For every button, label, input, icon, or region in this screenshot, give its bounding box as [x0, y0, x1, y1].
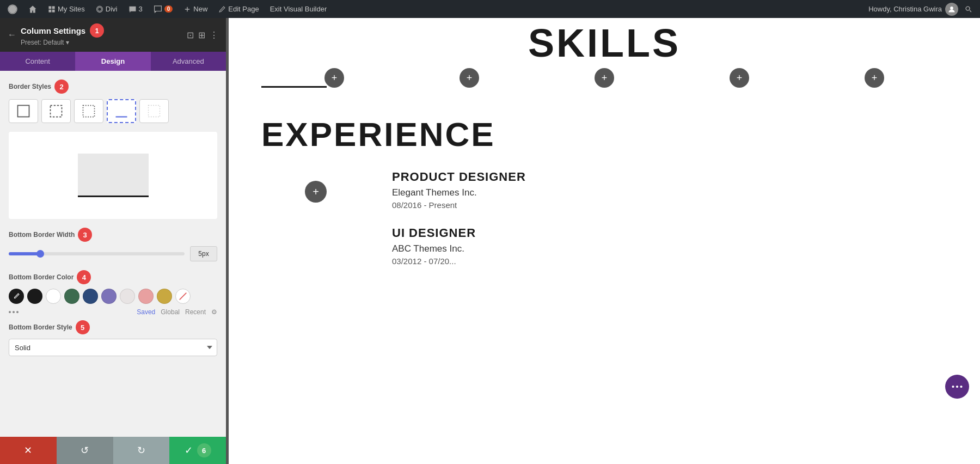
admin-bar-left: My Sites Divi 3 0 New Edit Page Exit Vis…	[4, 0, 866, 18]
step-2-badge: 2	[54, 80, 69, 94]
tab-design[interactable]: Design	[75, 52, 150, 71]
dots-icon[interactable]: ⋮	[210, 30, 218, 40]
exp-dates-1: 08/2016 - Present	[392, 200, 947, 210]
redo-button[interactable]: ↻	[113, 437, 170, 464]
column-underline	[261, 86, 327, 88]
border-btn-dashed-all[interactable]	[41, 99, 71, 123]
bottom-border-style-label: Bottom Border Style 5	[9, 320, 217, 334]
exp-entries: PRODUCT DESIGNER Elegant Themes Inc. 08/…	[392, 170, 947, 266]
svg-point-15	[956, 386, 958, 388]
left-panel: ← Column Settings 1 Preset: Default ▾ ⊡ …	[0, 18, 226, 464]
svg-rect-1	[48, 6, 51, 9]
color-gear-icon[interactable]: ⚙	[211, 308, 217, 316]
wp-admin-icon[interactable]	[4, 0, 21, 18]
swatch-pink[interactable]	[138, 289, 154, 304]
swatch-light-gray[interactable]	[120, 289, 135, 304]
step-6-badge: 6	[197, 443, 211, 457]
svg-rect-4	[52, 9, 55, 12]
border-btn-dotted-all[interactable]	[74, 99, 103, 123]
slider-row: 5px	[9, 246, 217, 261]
howdy-text: Howdy, Christina Gwira	[868, 5, 942, 13]
new-btn[interactable]: New	[180, 0, 211, 18]
slider-thumb[interactable]	[36, 250, 44, 258]
swatch-slash[interactable]	[175, 289, 191, 304]
color-tab-recent[interactable]: Recent	[185, 308, 206, 316]
admin-bar: My Sites Divi 3 0 New Edit Page Exit Vis…	[0, 0, 980, 18]
add-col-btn-2[interactable]: +	[460, 68, 479, 88]
svg-point-7	[966, 7, 970, 10]
add-col-btn-3[interactable]: +	[595, 68, 614, 88]
exp-add-btn[interactable]: +	[305, 181, 327, 203]
experience-section: EXPERIENCE + PRODUCT DESIGNER Elegant Th…	[229, 104, 980, 277]
svg-line-13	[180, 293, 187, 300]
slider-value: 5px	[190, 246, 217, 261]
color-eyedropper[interactable]	[9, 289, 24, 304]
panel-header-icons: ⊡ ⊞ ⋮	[187, 30, 218, 40]
divi-label: Divi	[106, 5, 118, 13]
exp-role-1: PRODUCT DESIGNER	[392, 170, 947, 184]
swatch-white[interactable]	[46, 289, 61, 304]
comment-btn[interactable]: 3	[125, 0, 146, 18]
exit-builder-btn[interactable]: Exit Visual Builder	[267, 0, 330, 18]
comment-badge: 0	[164, 5, 173, 13]
add-col-btn-5[interactable]: +	[865, 68, 884, 88]
exp-dates-2: 03/2012 - 07/20...	[392, 257, 947, 266]
border-width-slider-track[interactable]	[9, 252, 185, 255]
border-btn-none[interactable]	[139, 99, 169, 123]
color-swatches	[9, 289, 217, 304]
divi-btn[interactable]: Divi	[93, 0, 121, 18]
search-admin-btn[interactable]	[961, 0, 976, 18]
edit-page-btn[interactable]: Edit Page	[215, 0, 262, 18]
step-1-badge: 1	[90, 23, 104, 38]
exp-company-1: Elegant Themes Inc.	[392, 187, 947, 198]
undo-button[interactable]: ↺	[57, 437, 113, 464]
svg-point-6	[950, 7, 953, 10]
swatch-gold[interactable]	[157, 289, 172, 304]
svg-point-14	[952, 386, 954, 388]
my-sites-btn[interactable]: My Sites	[45, 0, 88, 18]
action-bar: ✕ ↺ ↻ ✓ 6	[0, 437, 226, 464]
add-col-btn-4[interactable]: +	[730, 68, 749, 88]
window-icon[interactable]: ⊡	[187, 30, 194, 40]
exp-entry-2: UI DESIGNER ABC Themes Inc. 03/2012 - 07…	[392, 226, 947, 266]
panel-content: Border Styles 2	[0, 71, 226, 437]
border-btn-bottom-only[interactable]	[107, 99, 136, 123]
avatar[interactable]	[945, 3, 958, 16]
color-tab-saved[interactable]: Saved	[137, 308, 155, 316]
back-icon[interactable]: ←	[8, 30, 16, 40]
tabs-row: Content Design Advanced	[0, 52, 226, 71]
my-sites-label: My Sites	[58, 5, 85, 13]
border-btn-solid-all[interactable]	[9, 99, 38, 123]
swatch-dark-blue[interactable]	[83, 289, 98, 304]
svg-point-16	[960, 386, 962, 388]
home-icon-btn[interactable]	[25, 0, 40, 18]
step-4-badge: 4	[77, 270, 91, 284]
color-tab-global[interactable]: Global	[161, 308, 180, 316]
tab-advanced[interactable]: Advanced	[151, 52, 226, 71]
comment-badge-btn[interactable]: 0	[150, 0, 176, 18]
bottom-border-color-label: Bottom Border Color 4	[9, 270, 217, 284]
comment-count: 3	[139, 5, 143, 13]
columns-row: + + + + +	[229, 63, 980, 104]
float-dots-menu[interactable]	[945, 375, 969, 399]
swatch-purple[interactable]	[101, 289, 117, 304]
svg-rect-2	[52, 6, 55, 9]
color-tabs-row: Saved Global Recent ⚙	[9, 308, 217, 316]
experience-title: EXPERIENCE	[261, 115, 947, 154]
svg-rect-10	[83, 106, 95, 117]
add-col-btn-1[interactable]: +	[324, 68, 344, 88]
save-button[interactable]: ✓ 6	[169, 437, 226, 464]
color-dots[interactable]	[9, 311, 19, 313]
exp-company-2: ABC Themes Inc.	[392, 243, 947, 254]
border-style-select[interactable]: None Solid Dashed Dotted Double	[9, 339, 217, 356]
swatch-green[interactable]	[64, 289, 79, 304]
panel-preset[interactable]: Preset: Default ▾	[21, 39, 104, 46]
swatch-black[interactable]	[27, 289, 42, 304]
svg-rect-9	[51, 106, 62, 117]
exp-entry-1: PRODUCT DESIGNER Elegant Themes Inc. 08/…	[392, 170, 947, 210]
tab-content[interactable]: Content	[0, 52, 75, 71]
layout-icon[interactable]: ⊞	[198, 30, 205, 40]
panel-title-row: ← Column Settings 1 Preset: Default ▾	[8, 23, 104, 46]
cancel-button[interactable]: ✕	[0, 437, 57, 464]
skills-section: SKILLS	[229, 18, 980, 63]
